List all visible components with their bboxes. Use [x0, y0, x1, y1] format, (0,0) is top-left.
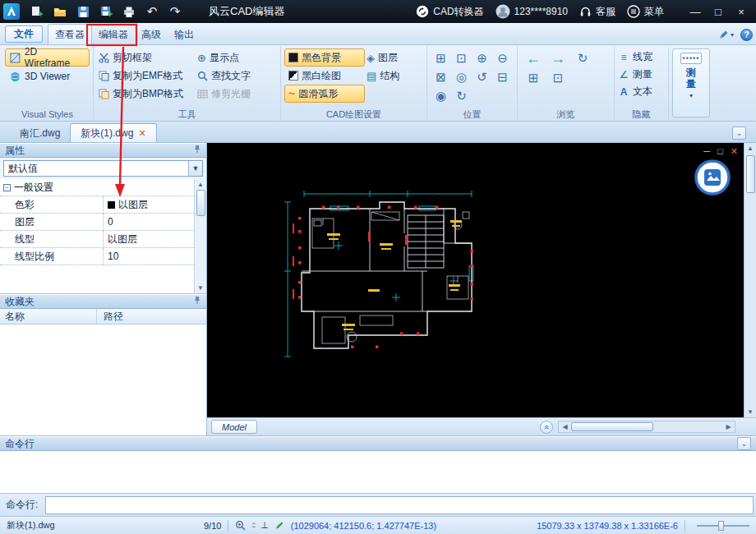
doc-close-icon[interactable]: ✕: [731, 146, 738, 157]
clip-frame-button[interactable]: 剪切框架: [97, 48, 196, 67]
tab-viewer[interactable]: 查看器: [48, 24, 92, 44]
group-hide: ≡ 线宽 ∠ 测量 A 文本 隐藏: [615, 47, 669, 121]
property-row-color: 色彩 以图层: [0, 196, 194, 214]
command-history[interactable]: [0, 451, 756, 493]
print-button[interactable]: [118, 2, 140, 21]
convert-to-image-button[interactable]: [694, 159, 731, 196]
structure-button[interactable]: ▤ 结构: [365, 67, 422, 85]
cad-converter-button[interactable]: CAD转换器: [416, 5, 483, 19]
favorites-list[interactable]: [0, 325, 206, 435]
layout-view-icon[interactable]: ⊟: [492, 67, 513, 86]
black-white-drawing-toggle[interactable]: 黑白绘图: [284, 67, 365, 85]
show-points-button[interactable]: ⊕ 显示点: [196, 48, 279, 67]
property-grid-scrollbar[interactable]: ▲ ▼: [194, 179, 206, 293]
orbit-left-icon[interactable]: ↺: [472, 67, 492, 86]
customer-service-button[interactable]: 客服: [579, 5, 615, 19]
tab-output[interactable]: 输出: [168, 25, 201, 44]
forward-arrow-icon[interactable]: →: [546, 48, 570, 68]
measure-tool-button[interactable]: ••••• 测量 ▾: [672, 48, 710, 117]
snap-magnifier-icon[interactable]: [235, 520, 246, 531]
scrollbar-thumb[interactable]: [571, 422, 653, 431]
vertical-scrollbar[interactable]: ▲ ▼: [744, 143, 756, 417]
doc-restore-icon[interactable]: □: [717, 146, 723, 157]
preset-dropdown[interactable]: 默认值 ▼: [3, 160, 203, 177]
close-button[interactable]: ×: [730, 2, 753, 21]
copy-emf-button[interactable]: 复制为EMF格式: [97, 67, 196, 85]
status-dimensions: 15079.33 x 13749.38 x 1.33166E-6: [537, 521, 678, 531]
expand-chevrons-button[interactable]: «: [540, 421, 553, 434]
measure-toggle[interactable]: ∠ 测量: [618, 66, 665, 83]
command-input[interactable]: [45, 496, 754, 514]
find-text-button[interactable]: 查找文字: [196, 67, 279, 85]
doc-tab-nanhui[interactable]: 南汇.dwg: [10, 125, 70, 142]
layers-button[interactable]: ◈ 图层: [365, 48, 422, 67]
collapse-panel-button[interactable]: ⌄: [732, 127, 746, 140]
zoom-selection-icon[interactable]: ⊠: [431, 67, 451, 86]
zoom-slider[interactable]: [697, 520, 749, 532]
3d-viewer-button[interactable]: 3D Viewer: [5, 67, 90, 85]
account-button[interactable]: 123****8910: [496, 4, 568, 19]
scroll-down-icon[interactable]: ▼: [747, 407, 754, 417]
grid-snap-icon[interactable]: ∶∶: [251, 520, 255, 531]
save-button[interactable]: [72, 2, 94, 21]
property-value-color[interactable]: 以图层: [104, 196, 194, 213]
horizontal-scrollbar[interactable]: ◀ ▶: [558, 421, 735, 433]
scrollbar-thumb[interactable]: [746, 155, 755, 193]
property-value-ltscale[interactable]: 10: [104, 248, 194, 265]
property-value-layer[interactable]: 0: [104, 214, 194, 230]
smooth-arc-toggle[interactable]: ~ 圆滑弧形: [284, 85, 365, 103]
menu-button[interactable]: 菜单: [627, 5, 664, 19]
structure-icon: ▤: [366, 70, 376, 82]
redo-button[interactable]: ↷: [164, 2, 186, 21]
scroll-up-icon[interactable]: ▲: [197, 179, 204, 190]
undo-button[interactable]: ↶: [141, 2, 163, 21]
tab-advanced[interactable]: 高级: [135, 25, 168, 44]
open-file-button[interactable]: [49, 2, 71, 21]
back-arrow-icon[interactable]: ←: [521, 48, 546, 68]
2d-wireframe-button[interactable]: 2D Wireframe: [5, 48, 90, 67]
pan-window-icon[interactable]: ⊞: [431, 48, 451, 67]
refresh-view-icon[interactable]: ↻: [570, 48, 595, 68]
ortho-icon[interactable]: ⊥: [260, 520, 269, 531]
new-file-button[interactable]: [26, 2, 48, 21]
scroll-right-icon[interactable]: ▶: [722, 423, 735, 430]
property-value-linetype[interactable]: 以图层: [104, 231, 194, 247]
maximize-button[interactable]: □: [707, 2, 730, 21]
scroll-up-icon[interactable]: ▲: [747, 143, 754, 154]
tab-file[interactable]: 文件: [5, 25, 43, 43]
property-group-row[interactable]: − 一般设置: [0, 179, 194, 196]
trim-raster-button[interactable]: 修剪光栅: [196, 85, 279, 103]
minimize-button[interactable]: —: [684, 2, 707, 21]
zoom-window-icon[interactable]: ⊡: [451, 48, 472, 67]
command-panel: 命令行 ⌄: [0, 435, 756, 493]
text-toggle[interactable]: A 文本: [618, 83, 665, 100]
zoom-in-icon[interactable]: ⊕: [472, 48, 492, 67]
draft-pencil-icon[interactable]: [274, 521, 284, 531]
scroll-down-icon[interactable]: ▼: [197, 283, 204, 293]
drawing-canvas[interactable]: ─ □ ✕ ▲ ▼ Model «: [207, 143, 756, 435]
next-sheet-icon[interactable]: ⊡: [546, 68, 570, 88]
lineweight-toggle[interactable]: ≡ 线宽: [618, 48, 665, 66]
doc-tab-xinkuai[interactable]: 新块(1).dwg ✕: [70, 123, 156, 142]
pin-icon[interactable]: [193, 296, 201, 307]
doc-minimize-icon[interactable]: ─: [703, 146, 710, 157]
zoom-out-icon[interactable]: ⊖: [492, 48, 513, 67]
scrollbar-thumb[interactable]: [196, 190, 205, 216]
collapse-expander-icon[interactable]: −: [3, 184, 11, 191]
pin-icon[interactable]: [193, 145, 201, 156]
orbit-right-icon[interactable]: ↻: [451, 86, 472, 105]
zoom-center-icon[interactable]: ◉: [431, 86, 451, 105]
slider-thumb[interactable]: [718, 521, 724, 531]
save-as-button[interactable]: [95, 2, 117, 21]
quick-style-dropdown[interactable]: ▾: [718, 30, 734, 40]
black-background-toggle[interactable]: 黑色背景: [284, 48, 365, 67]
zoom-extents-icon[interactable]: ◎: [451, 67, 472, 86]
help-button[interactable]: ?: [740, 29, 753, 41]
model-tab[interactable]: Model: [211, 420, 257, 434]
collapse-panel-button[interactable]: ⌄: [737, 437, 751, 450]
tab-editor[interactable]: 编辑器: [92, 25, 135, 44]
previous-sheet-icon[interactable]: ⊞: [521, 68, 546, 88]
copy-bmp-button[interactable]: 复制为BMP格式: [97, 85, 196, 103]
close-tab-icon[interactable]: ✕: [138, 128, 145, 139]
scroll-left-icon[interactable]: ◀: [559, 423, 571, 430]
